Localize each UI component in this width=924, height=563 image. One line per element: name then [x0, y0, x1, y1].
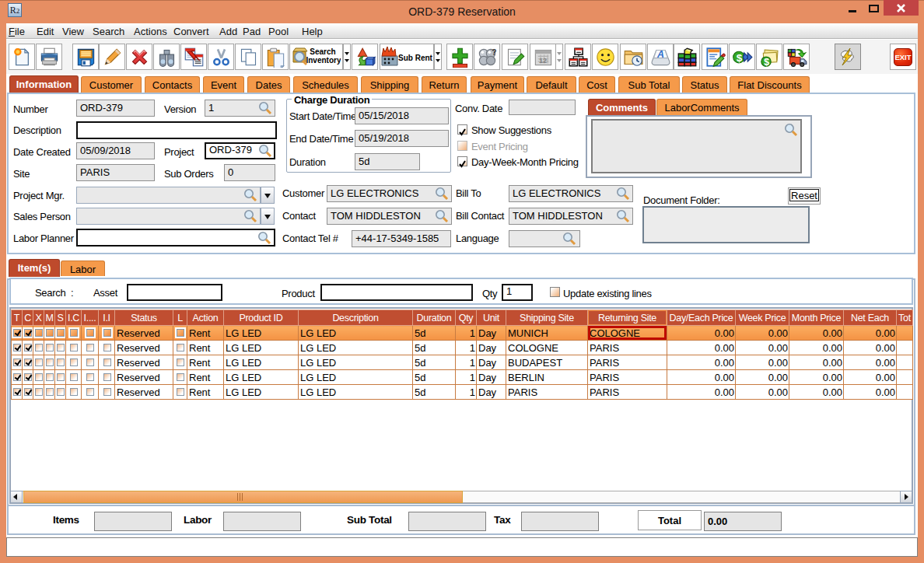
- svg-text:$: $: [736, 51, 742, 63]
- svg-text:12: 12: [538, 57, 546, 65]
- svg-text:Search: Search: [310, 47, 335, 56]
- svg-text:$: $: [764, 56, 769, 67]
- svg-text:Inventory: Inventory: [306, 56, 341, 65]
- svg-text:?: ?: [492, 48, 496, 57]
- svg-text:Sub Rent: Sub Rent: [398, 54, 433, 62]
- svg-text:A: A: [656, 48, 664, 59]
